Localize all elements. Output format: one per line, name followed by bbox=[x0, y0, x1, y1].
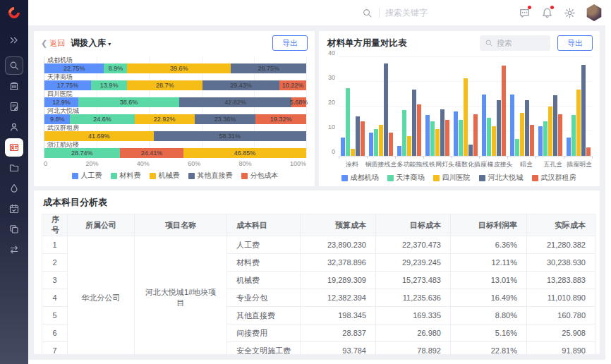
grouped-bar-武汉群租房[interactable] bbox=[417, 104, 421, 157]
grouped-bar-四川医院[interactable] bbox=[576, 90, 581, 157]
bar-segment-材料费[interactable]: 8.9% bbox=[104, 63, 127, 73]
sidebar-item-folder[interactable] bbox=[5, 159, 23, 177]
grouped-bar-天津商场[interactable] bbox=[402, 110, 406, 156]
legend-item-成都机场[interactable]: 成都机场 bbox=[341, 173, 379, 183]
legend-item-武汉群租房[interactable]: 武汉群租房 bbox=[532, 173, 576, 183]
grouped-bar-成都机场[interactable] bbox=[425, 115, 430, 156]
grouped-bar-天津商场[interactable] bbox=[374, 129, 378, 157]
legend-item-其他直接费[interactable]: 其他直接费 bbox=[188, 171, 233, 181]
sidebar-item-copy[interactable] bbox=[5, 220, 23, 238]
grouped-bar-武汉群租房[interactable] bbox=[361, 121, 365, 156]
sidebar-item-calendar-check[interactable] bbox=[5, 200, 23, 218]
grouped-bar-四川医院[interactable] bbox=[492, 126, 496, 156]
user-avatar[interactable] bbox=[586, 4, 603, 21]
back-link[interactable]: ❮ 返回 bbox=[41, 38, 65, 49]
grouped-bar-武汉群租房[interactable] bbox=[389, 133, 393, 156]
header-search[interactable] bbox=[361, 6, 463, 19]
bar-segment-材料费[interactable]: 24.6% bbox=[70, 114, 134, 124]
grouped-bar-河北大悦城[interactable] bbox=[525, 100, 529, 156]
grouped-bar-成都机场[interactable] bbox=[454, 111, 458, 156]
bar-segment-分包成本[interactable]: 5.68% bbox=[291, 97, 306, 107]
grouped-bar-河北大悦城[interactable] bbox=[440, 109, 444, 157]
sidebar-item-collapse[interactable] bbox=[5, 31, 23, 49]
message-icon[interactable] bbox=[518, 6, 531, 19]
grouped-bar-成都机场[interactable] bbox=[341, 138, 345, 156]
grouped-bar-河北大悦城[interactable] bbox=[581, 65, 586, 157]
grouped-bar-成都机场[interactable] bbox=[482, 95, 486, 157]
grouped-bar-天津商场[interactable] bbox=[346, 88, 350, 156]
grouped-bar-河北大悦城[interactable] bbox=[384, 63, 388, 156]
bar-segment-机械费[interactable]: 22.92% bbox=[135, 114, 195, 124]
bar-segment-材料费[interactable]: 38.6% bbox=[78, 97, 179, 107]
grouped-bar-河北大悦城[interactable] bbox=[356, 116, 360, 156]
bar-segment-其他直接费[interactable]: 23.36% bbox=[195, 114, 256, 124]
sidebar-item-user[interactable] bbox=[5, 118, 23, 136]
bar-segment-其他直接费[interactable]: 58.31% bbox=[154, 131, 306, 141]
bar-segment-机械费[interactable]: 46.85% bbox=[183, 148, 306, 158]
sidebar-item-transfer[interactable] bbox=[5, 241, 23, 259]
legend-item-分包成本[interactable]: 分包成本 bbox=[241, 171, 279, 181]
app-logo[interactable] bbox=[0, 0, 28, 25]
bar-segment-分包成本[interactable]: 10.22% bbox=[279, 80, 306, 90]
bar-segment-其他直接费[interactable]: 28.75% bbox=[231, 63, 306, 73]
grouped-bar-成都机场[interactable] bbox=[567, 138, 571, 156]
bar-segment-分包成本[interactable]: 19.32% bbox=[255, 114, 306, 124]
grouped-bar-天津商场[interactable] bbox=[430, 121, 435, 156]
sidebar-item-building[interactable] bbox=[5, 77, 23, 95]
grouped-bar-天津商场[interactable] bbox=[487, 118, 491, 156]
bar-segment-材料费[interactable]: 28.74% bbox=[44, 148, 120, 158]
bar-segment-其他直接费[interactable]: 29.43% bbox=[202, 80, 279, 90]
bar-segment-机械费[interactable]: 39.6% bbox=[127, 63, 231, 73]
grouped-bar-四川医院[interactable] bbox=[464, 78, 468, 156]
bar-segment-分包成本[interactable]: 24.41% bbox=[120, 148, 184, 158]
grouped-bar-武汉群租房[interactable] bbox=[473, 114, 478, 157]
grouped-bar-武汉群租房[interactable] bbox=[558, 114, 562, 157]
grouped-bar-河北大悦城[interactable] bbox=[553, 95, 557, 156]
bell-icon[interactable] bbox=[540, 6, 553, 19]
grouped-bar-四川医院[interactable] bbox=[520, 113, 524, 156]
header-search-input[interactable] bbox=[385, 8, 463, 18]
panel-title-dropdown[interactable]: 调拨入库▾ bbox=[71, 37, 111, 49]
grouped-bar-天津商场[interactable] bbox=[459, 120, 463, 156]
bar-segment-人工费[interactable]: 22.75% bbox=[44, 63, 104, 73]
grouped-bar-武汉群租房[interactable] bbox=[445, 120, 449, 156]
grouped-bar-天津商场[interactable] bbox=[543, 121, 548, 156]
grouped-bar-四川医院[interactable] bbox=[407, 136, 411, 156]
legend-item-人工费[interactable]: 人工费 bbox=[72, 171, 102, 181]
sidebar-item-id-card[interactable] bbox=[5, 138, 23, 157]
bar-segment-其他直接费[interactable]: 42.82% bbox=[179, 97, 291, 107]
export-button-left[interactable]: 导出 bbox=[272, 35, 308, 51]
gear-icon[interactable] bbox=[563, 6, 576, 19]
grouped-bar-成都机场[interactable] bbox=[538, 126, 543, 156]
bar-segment-人工费[interactable]: 17.75% bbox=[44, 80, 91, 90]
grouped-bar-武汉群租房[interactable] bbox=[502, 66, 506, 156]
sidebar-item-water-drop[interactable] bbox=[5, 179, 23, 198]
bar-segment-人工费[interactable]: 9.8% bbox=[44, 114, 70, 124]
grouped-bar-武汉群租房[interactable] bbox=[530, 125, 534, 156]
legend-item-河北大悦城[interactable]: 河北大悦城 bbox=[479, 173, 524, 183]
grouped-bar-天津商场[interactable] bbox=[571, 115, 576, 156]
grouped-bar-成都机场[interactable] bbox=[510, 95, 514, 157]
sidebar-item-document-edit[interactable] bbox=[5, 97, 23, 116]
grouped-bar-四川医院[interactable] bbox=[351, 149, 355, 157]
bar-segment-机械费[interactable]: 28.7% bbox=[127, 80, 202, 90]
grouped-bar-成都机场[interactable] bbox=[369, 133, 373, 156]
sidebar-item-search[interactable] bbox=[5, 56, 23, 75]
legend-item-天津商场[interactable]: 天津商场 bbox=[387, 173, 425, 183]
legend-item-机械费[interactable]: 机械费 bbox=[150, 171, 180, 181]
grouped-bar-四川医院[interactable] bbox=[379, 125, 383, 156]
grouped-bar-成都机场[interactable] bbox=[397, 146, 401, 156]
bar-segment-材料费[interactable]: 13.9% bbox=[91, 80, 128, 90]
grouped-bar-四川医院[interactable] bbox=[548, 107, 552, 156]
legend-item-材料费[interactable]: 材料费 bbox=[111, 171, 141, 181]
bar-segment-机械费[interactable]: 41.69% bbox=[44, 131, 154, 141]
grouped-bar-四川医院[interactable] bbox=[435, 129, 440, 157]
grouped-bar-河北大悦城[interactable] bbox=[468, 145, 473, 156]
legend-item-四川医院[interactable]: 四川医院 bbox=[433, 173, 471, 183]
export-button-right[interactable]: 导出 bbox=[557, 35, 593, 51]
grouped-bar-武汉群租房[interactable] bbox=[586, 147, 591, 156]
bar-segment-人工费[interactable]: 12.9% bbox=[44, 97, 78, 107]
grouped-bar-河北大悦城[interactable] bbox=[497, 100, 501, 156]
grouped-bar-天津商场[interactable] bbox=[515, 139, 519, 157]
grouped-bar-河北大悦城[interactable] bbox=[412, 90, 416, 157]
